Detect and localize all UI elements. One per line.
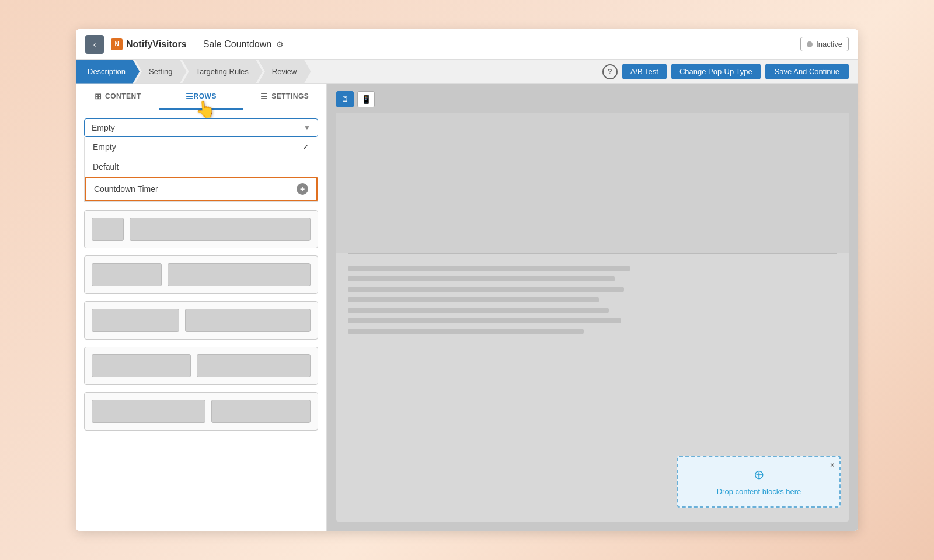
desktop-view-button[interactable]: 🖥 [336, 91, 354, 107]
tab-targeting-rules[interactable]: Targeting Rules [182, 60, 263, 84]
content-tab-icon: ⊞ [95, 92, 102, 101]
logo-icon: N [111, 38, 123, 50]
canvas-text-line [348, 308, 609, 313]
row-block [92, 354, 191, 377]
dropdown-selected-text: Empty [92, 123, 304, 132]
canvas-top-section [336, 113, 849, 253]
check-icon: ✓ [302, 142, 309, 152]
canvas-bottom-section [336, 254, 849, 345]
row-block [92, 263, 162, 286]
gear-icon[interactable]: ⚙ [276, 40, 284, 49]
canvas-toolbar: 🖥 📱 [336, 91, 375, 107]
rows-tab-icon: ☰ [186, 92, 194, 101]
back-icon: ‹ [93, 40, 96, 49]
canvas-text-line [348, 276, 615, 281]
save-continue-button[interactable]: Save And Continue [765, 64, 849, 79]
panel-tab-rows[interactable]: ☰ ROWS 👆 [159, 84, 243, 110]
canvas-text-line [348, 287, 624, 292]
topbar-right: Inactive [800, 37, 849, 51]
desktop-icon: 🖥 [341, 94, 349, 104]
tab-description-label: Description [88, 67, 126, 76]
panel-tabs: ⊞ CONTENT ☰ ROWS 👆 ☰ SETTINGS [76, 84, 326, 110]
panel-tab-content[interactable]: ⊞ CONTENT [76, 84, 159, 110]
dropdown-item-countdown[interactable]: Countdown Timer + [85, 177, 318, 201]
panel-tab-settings-label: SETTINGS [271, 92, 309, 100]
main-window: ‹ N NotifyVisitors Sale Countdown ⚙ Inac… [76, 29, 858, 531]
row-block [211, 400, 311, 423]
right-canvas: 🖥 📱 [327, 84, 858, 531]
row-template-1[interactable] [84, 210, 318, 249]
change-popup-button[interactable]: Change Pop-Up Type [671, 64, 761, 79]
row-block [130, 218, 311, 241]
topbar: ‹ N NotifyVisitors Sale Countdown ⚙ Inac… [76, 29, 858, 60]
drop-zone-icon: ⊕ [754, 467, 764, 482]
help-button[interactable]: ? [602, 64, 618, 79]
rows-list [76, 202, 326, 531]
rows-tab-area: ☰ ROWS 👆 [186, 92, 217, 101]
panel-tab-rows-label: ROWS [194, 92, 217, 100]
tab-review[interactable]: Review [258, 60, 311, 84]
tab-description[interactable]: Description [76, 60, 140, 84]
row-block [92, 218, 124, 241]
tab-setting[interactable]: Setting [135, 60, 186, 84]
tab-review-label: Review [272, 67, 297, 76]
inactive-indicator [807, 41, 813, 47]
logo-suffix: Visitors [152, 39, 186, 49]
dropdown-item-empty-label: Empty [93, 142, 116, 152]
row-block [197, 354, 311, 377]
drop-zone-text: Drop content blocks here [717, 487, 801, 496]
dropdown-item-countdown-label: Countdown Timer [94, 184, 158, 194]
panel-tab-settings[interactable]: ☰ SETTINGS [243, 84, 326, 110]
left-panel: ⊞ CONTENT ☰ ROWS 👆 ☰ SETTINGS [76, 84, 327, 531]
panel-tab-content-label: CONTENT [105, 92, 141, 100]
tab-setting-label: Setting [149, 67, 172, 76]
dropdown-item-default[interactable]: Default [85, 157, 318, 177]
nav-right-actions: ? A/B Test Change Pop-Up Type Save And C… [602, 64, 858, 79]
row-template-5[interactable] [84, 392, 318, 430]
body-area: ⊞ CONTENT ☰ ROWS 👆 ☰ SETTINGS [76, 84, 858, 531]
mobile-icon: 📱 [361, 94, 371, 104]
row-block [92, 400, 205, 423]
row-template-4[interactable] [84, 346, 318, 385]
canvas-text-line [348, 266, 630, 271]
plus-circle-icon: + [297, 183, 308, 195]
logo-area: N NotifyVisitors [111, 38, 187, 50]
logo-brand: Notify [126, 39, 152, 49]
dropdown-area: Empty ▼ [76, 110, 326, 137]
inactive-label: Inactive [816, 40, 842, 48]
drop-zone: × ⊕ Drop content blocks here [677, 456, 841, 508]
page-title: Sale Countdown ⚙ [203, 39, 284, 50]
dropdown-item-empty[interactable]: Empty ✓ [85, 137, 318, 157]
row-template-2[interactable] [84, 256, 318, 294]
ab-test-button[interactable]: A/B Test [622, 64, 667, 79]
row-block [92, 309, 179, 332]
row-template-3[interactable] [84, 301, 318, 340]
tab-targeting-rules-label: Targeting Rules [196, 67, 249, 76]
canvas-right-col [674, 266, 837, 334]
row-block [185, 309, 311, 332]
back-button[interactable]: ‹ [85, 35, 104, 54]
logo-text: NotifyVisitors [126, 39, 187, 50]
row-block [168, 263, 311, 286]
canvas-text-line [348, 329, 584, 334]
canvas-left-col [348, 266, 662, 334]
nav-tabs: Description Setting Targeting Rules Revi… [76, 60, 858, 84]
dropdown-arrow-icon: ▼ [304, 124, 311, 132]
row-template-dropdown[interactable]: Empty ▼ [84, 118, 318, 137]
inactive-badge[interactable]: Inactive [800, 37, 849, 51]
mobile-view-button[interactable]: 📱 [357, 91, 375, 107]
drop-zone-close-button[interactable]: × [830, 460, 835, 470]
dropdown-item-default-label: Default [93, 162, 119, 172]
canvas-text-line [348, 318, 621, 323]
page-title-text: Sale Countdown [203, 39, 271, 50]
dropdown-list: Empty ✓ Default Countdown Timer + [84, 137, 318, 202]
settings-tab-icon: ☰ [260, 92, 269, 101]
canvas-text-line [348, 298, 599, 302]
